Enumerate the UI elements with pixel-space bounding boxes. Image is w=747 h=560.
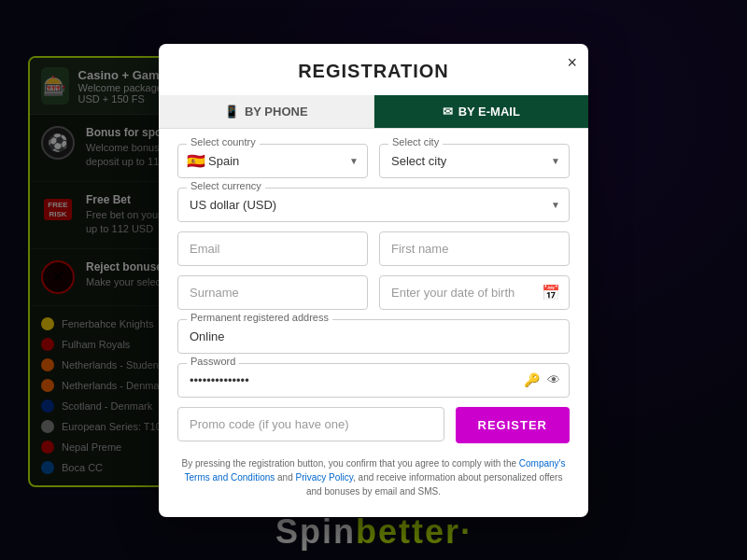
city-label: Select city: [388, 136, 443, 147]
calendar-icon: 📅: [542, 284, 560, 301]
currency-row: Select currency US dollar (USD): [177, 188, 570, 222]
tab-bar: 📱 BY PHONE ✉ BY E-MAIL: [159, 95, 588, 129]
password-icons: 🔑 👁: [524, 372, 560, 387]
password-row: Password 🔑 👁: [177, 363, 570, 398]
password-input[interactable]: [177, 363, 570, 398]
country-label: Select country: [187, 136, 260, 147]
currency-label: Select currency: [187, 180, 265, 191]
footer-text2: and: [275, 472, 295, 483]
tab-email-label: BY E-MAIL: [458, 105, 520, 119]
close-button[interactable]: ×: [567, 53, 577, 73]
register-button[interactable]: REGISTER: [456, 407, 570, 443]
tab-by-email[interactable]: ✉ BY E-MAIL: [374, 95, 589, 128]
phone-icon: 📱: [224, 105, 239, 119]
address-label: Permanent registered address: [187, 312, 332, 323]
country-group: Select country 🇪🇸 Spain: [177, 144, 368, 178]
email-icon: ✉: [443, 105, 453, 119]
registration-form: Select country 🇪🇸 Spain Select city Sele…: [159, 144, 588, 443]
surname-input[interactable]: [177, 275, 368, 310]
currency-select-wrapper: US dollar (USD): [177, 188, 570, 222]
promo-input[interactable]: [177, 407, 444, 441]
currency-group: Select currency US dollar (USD): [177, 188, 570, 222]
country-select-wrapper: 🇪🇸 Spain: [177, 144, 368, 178]
modal-title: REGISTRATION: [159, 44, 588, 95]
tab-phone-label: BY PHONE: [245, 105, 308, 119]
surname-group: [177, 275, 368, 310]
email-input[interactable]: [177, 231, 368, 266]
modal-overlay: × REGISTRATION 📱 BY PHONE ✉ BY E-MAIL Se…: [0, 0, 747, 560]
promo-register-row: REGISTER: [177, 407, 570, 443]
country-city-row: Select country 🇪🇸 Spain Select city Sele…: [177, 144, 570, 178]
password-group: Password 🔑 👁: [177, 363, 570, 398]
tab-by-phone[interactable]: 📱 BY PHONE: [159, 95, 374, 128]
currency-select[interactable]: US dollar (USD): [177, 188, 570, 222]
address-group: Permanent registered address: [177, 319, 570, 354]
password-wrapper: 🔑 👁: [177, 363, 570, 398]
footer-text1: By pressing the registration button, you…: [181, 458, 518, 469]
modal-footer: By pressing the registration button, you…: [159, 456, 588, 498]
address-input[interactable]: [177, 319, 570, 354]
surname-dob-row: 📅: [177, 275, 570, 310]
key-icon[interactable]: 🔑: [524, 372, 540, 387]
dob-group: 📅: [379, 275, 570, 310]
dob-wrapper: 📅: [379, 275, 570, 310]
city-group: Select city Select city: [379, 144, 570, 178]
city-select[interactable]: Select city: [379, 144, 570, 178]
firstname-group: [379, 231, 570, 266]
email-group: [177, 231, 368, 266]
privacy-link[interactable]: Privacy Policy: [296, 472, 354, 483]
promo-group: [177, 407, 444, 443]
address-row: Permanent registered address: [177, 319, 570, 354]
email-firstname-row: [177, 231, 570, 266]
eye-icon[interactable]: 👁: [547, 372, 560, 387]
country-select[interactable]: Spain: [177, 144, 368, 178]
registration-modal: × REGISTRATION 📱 BY PHONE ✉ BY E-MAIL Se…: [159, 44, 588, 517]
city-select-wrapper: Select city: [379, 144, 570, 178]
password-label: Password: [187, 356, 239, 367]
firstname-input[interactable]: [379, 231, 570, 266]
